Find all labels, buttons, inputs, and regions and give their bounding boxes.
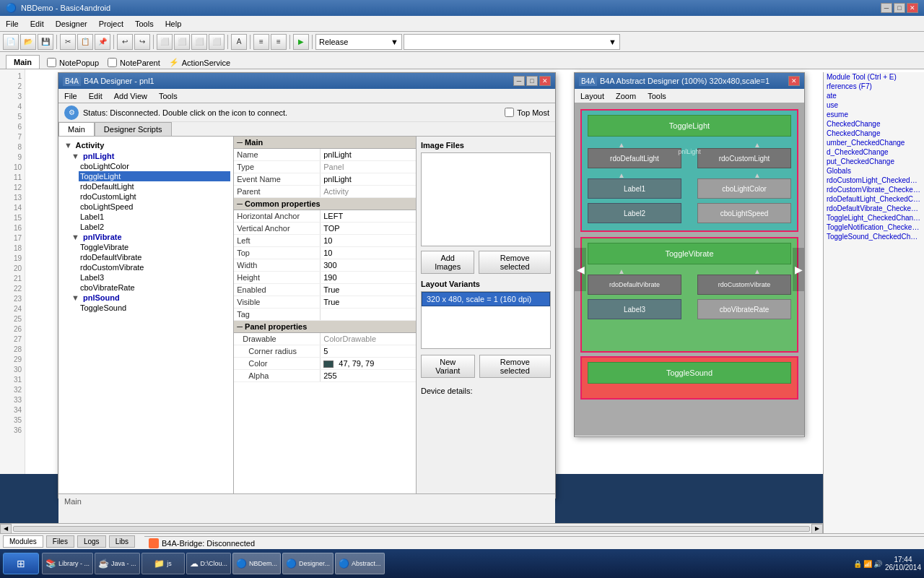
notepopup-check[interactable] — [47, 58, 56, 67]
prop-width-value[interactable]: 300 — [321, 259, 416, 271]
widget-label3[interactable]: Label3 — [588, 299, 681, 319]
prop-visible-value[interactable]: True — [321, 296, 416, 308]
taskbar-item-5[interactable]: 🔵 Designer... — [282, 553, 334, 574]
abstract-menu-zoom[interactable]: Zoom — [610, 90, 642, 102]
sidebar-rdoCustomLight[interactable]: rdoCustomLight_CheckedChange — [824, 176, 924, 185]
panel-pnlSound[interactable]: ToggleSound — [580, 356, 798, 400]
tree-label3[interactable]: Label3 — [79, 272, 230, 282]
scroll-left[interactable]: ◀ — [575, 248, 586, 291]
noteparent-check[interactable] — [108, 58, 117, 67]
widget-cboLightSpeed[interactable]: cboLightSpeed — [697, 203, 791, 223]
prop-top-value[interactable]: 10 — [321, 247, 416, 259]
close-button[interactable]: ✕ — [907, 3, 918, 13]
sidebar-link9[interactable]: put_CheckedChange — [824, 157, 924, 166]
prop-cornerradius-value[interactable]: 5 — [321, 345, 416, 357]
sidebar-rdoCustomVibrate[interactable]: rdoCustomVibrate_CheckedChange — [824, 185, 924, 194]
widget-toggleVibrate[interactable]: ToggleVibrate — [588, 243, 791, 264]
designer-minimize[interactable]: ─ — [513, 76, 525, 86]
tree-pnlVibrate[interactable]: ▼ pnlVibrate — [70, 232, 230, 242]
remove-selected-variant-button[interactable]: Remove selected — [479, 355, 551, 378]
tree-cboVibrateRate[interactable]: cboVibrateRate — [79, 282, 230, 293]
sidebar-link6[interactable]: CheckedChange — [824, 129, 924, 138]
status-icon[interactable]: ⚙ — [64, 105, 79, 120]
module-tab-modules[interactable]: Modules — [3, 535, 43, 548]
widget-rdoDefaultLight[interactable]: rdoDefaultLight — [588, 148, 681, 168]
menu-file[interactable]: File — [0, 18, 25, 30]
tree-pnlSound[interactable]: ▼ pnlSound — [70, 293, 230, 303]
sidebar-rdoDefaultVibrate[interactable]: rdoDefaultVibrate_CheckedChange — [824, 204, 924, 213]
tb-btn6[interactable]: ≡ — [253, 34, 269, 50]
tb-btn1[interactable]: ⬜ — [157, 34, 173, 50]
panel-pnlLight[interactable]: ToggleLight ▲ ▲ rdoDefaultLight rdoCusto… — [580, 109, 798, 232]
taskbar-item-4[interactable]: 🔵 NBDem... — [232, 553, 281, 574]
designer-menu-edit[interactable]: Edit — [83, 90, 108, 102]
tree-rdoDefaultLight[interactable]: rdoDefaultLight — [79, 181, 230, 191]
taskbar-item-2[interactable]: 📁 js — [141, 553, 185, 574]
widget-label1[interactable]: Label1 — [588, 178, 681, 199]
tb-open[interactable]: 📂 — [20, 34, 36, 50]
prop-tag-value[interactable] — [321, 309, 416, 320]
tb-btn5[interactable]: A — [231, 34, 247, 50]
tree-rdoDefaultVibrate[interactable]: rdoDefaultVibrate — [79, 252, 230, 262]
tab-main-designer[interactable]: Main — [58, 122, 95, 136]
widget-toggleLight[interactable]: ToggleLight — [588, 115, 791, 137]
widget-rdoCustomLight[interactable]: rdoCustomLight — [697, 148, 791, 168]
taskbar-item-0[interactable]: 📚 Library - ... — [42, 553, 93, 574]
designer-menu-file[interactable]: File — [58, 90, 83, 102]
minimize-button[interactable]: ─ — [881, 3, 892, 13]
designer-close[interactable]: ✕ — [539, 76, 551, 86]
add-images-button[interactable]: Add Images — [421, 251, 474, 274]
start-button[interactable]: ⊞ — [3, 553, 39, 574]
panel-pnlVibrate[interactable]: ToggleVibrate ▲ ▲ rdoDefaultVibrate rdoC… — [580, 237, 798, 353]
taskbar-item-3[interactable]: ☁ D:\Clou... — [186, 553, 232, 574]
widget-rdoCustomVibrate[interactable]: rdoCustomVibrate — [697, 275, 791, 295]
taskbar-item-1[interactable]: ☕ Java - ... — [95, 553, 140, 574]
module-tab-files[interactable]: Files — [46, 535, 74, 548]
topmost-checkbox[interactable] — [505, 108, 514, 117]
designer-maximize[interactable]: □ — [526, 76, 538, 86]
canvas-area[interactable]: ToggleLight ▲ ▲ rdoDefaultLight rdoCusto… — [575, 103, 804, 436]
prop-enabled-value[interactable]: True — [321, 284, 416, 296]
menu-edit[interactable]: Edit — [25, 18, 50, 30]
sidebar-create[interactable]: ate — [824, 91, 924, 100]
tree-cboLightSpeed[interactable]: cboLightSpeed — [79, 202, 230, 212]
prop-name-value[interactable]: pnlLight — [321, 149, 416, 160]
tb-paste[interactable]: 📌 — [95, 34, 110, 50]
tb-btn7[interactable]: ≡ — [271, 34, 287, 50]
scroll-left-btn[interactable]: ◀ — [0, 524, 12, 534]
tab-main[interactable]: Main — [6, 55, 40, 69]
horizontal-scrollbar[interactable]: ◀ ▶ — [0, 523, 823, 533]
config-dropdown[interactable]: ▼ — [404, 34, 620, 50]
sidebar-references[interactable]: rferences (F7) — [824, 82, 924, 91]
prop-left-value[interactable]: 10 — [321, 235, 416, 246]
release-dropdown[interactable]: Release ▼ — [315, 34, 402, 50]
prop-section-panel[interactable]: ─ Panel properties — [234, 321, 416, 333]
remove-selected-images-button[interactable]: Remove selected — [479, 251, 551, 274]
new-variant-button[interactable]: New Variant — [421, 355, 475, 378]
abstract-menu-tools[interactable]: Tools — [642, 90, 672, 102]
designer-menu-addview[interactable]: Add View — [108, 90, 153, 102]
tree-rdoCustomLight[interactable]: rdoCustomLight — [79, 191, 230, 202]
sidebar-pause[interactable]: use — [824, 100, 924, 110]
module-tab-logs[interactable]: Logs — [77, 535, 106, 548]
tree-rdoCustomVibrate[interactable]: rdoCustomVibrate — [79, 262, 230, 272]
tab-designer-scripts[interactable]: Designer Scripts — [95, 122, 172, 136]
prop-vanchor-value[interactable]: TOP — [321, 223, 416, 234]
tree-activity[interactable]: Activity — [76, 141, 105, 150]
menu-help[interactable]: Help — [160, 18, 188, 30]
prop-alpha-value[interactable]: 255 — [321, 370, 416, 381]
sidebar-link7[interactable]: umber_CheckedChange — [824, 138, 924, 147]
tb-redo[interactable]: ↪ — [134, 34, 150, 50]
menu-project[interactable]: Project — [93, 18, 129, 30]
sidebar-link8[interactable]: d_CheckedChange — [824, 147, 924, 157]
sidebar-toggleNotification[interactable]: ToggleNotification_CheckedChange — [824, 223, 924, 232]
tb-new[interactable]: 📄 — [3, 34, 19, 50]
maximize-button[interactable]: □ — [894, 3, 905, 13]
prop-section-common[interactable]: ─ Common properties — [234, 198, 416, 210]
scroll-thumb[interactable] — [13, 526, 810, 532]
prop-eventname-value[interactable]: pnlLight — [321, 173, 416, 185]
widget-cboVibrateRate[interactable]: cboVibrateRate — [697, 299, 791, 319]
widget-toggleSound[interactable]: ToggleSound — [588, 362, 791, 384]
module-tab-libs[interactable]: Libs — [109, 535, 135, 548]
tb-undo[interactable]: ↩ — [117, 34, 133, 50]
